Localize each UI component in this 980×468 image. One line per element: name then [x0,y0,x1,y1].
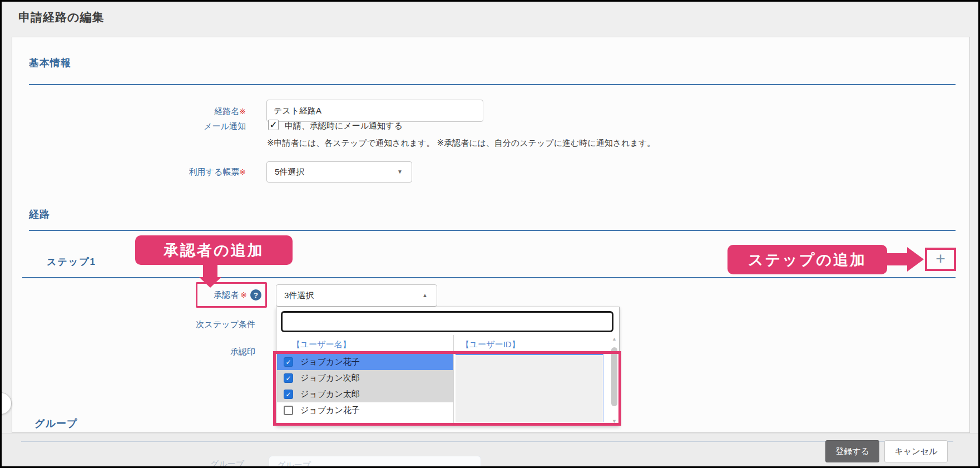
section-title-route: 経路 [29,208,50,221]
scroll-down-icon[interactable]: ▼ [611,418,618,424]
help-icon[interactable]: ? [250,289,261,300]
step1-title: ステップ1 [47,255,96,268]
chevron-down-icon: ▼ [467,461,473,466]
scrollbar-thumb[interactable] [611,347,617,406]
approver-select[interactable]: 3件選択 ▲ [276,284,437,307]
divider [29,84,956,85]
user-id-column-area [456,354,603,422]
divider [21,441,953,442]
checked-checkbox[interactable]: ✓ [284,373,293,383]
divider [29,230,956,231]
column-divider [453,335,454,424]
list-item[interactable]: ジョブカン花子 [277,402,453,418]
app-window: 申請経路の編集 基本情報 経路名※ メール通知 ✓ 申請、承認時にメール通知する… [0,0,980,468]
add-approver-arrow [203,263,217,278]
route-name-label: 経路名※ [12,106,246,117]
mail-notify-checkbox-label: 申請、承認時にメール通知する [285,121,403,131]
required-mark: ※ [239,168,246,176]
approver-dropdown-panel: 【ユーザー名】 【ユーザーID】 ✓ ジョブカン花子 ✓ ジョブカン次郎 ✓ ジ… [276,307,620,426]
forms-used-label: 利用する帳票※ [12,167,246,178]
add-approver-arrowhead [199,277,221,288]
submit-button[interactable]: 登録する [825,440,879,462]
section-title-basic: 基本情報 [29,56,71,70]
approver-label: 承認者 [214,290,239,300]
add-step-callout: ステップの追加 [727,245,887,274]
page-title: 申請経路の編集 [18,9,105,25]
add-step-button[interactable]: + [925,248,956,271]
column-header-user-name: 【ユーザー名】 [292,339,351,350]
mail-notify-checkbox[interactable]: ✓ [268,120,279,130]
approver-option-list: ✓ ジョブカン花子 ✓ ジョブカン次郎 ✓ ジョブカン太郎 ジョブカン花子 [277,354,453,418]
checked-checkbox[interactable]: ✓ [284,390,293,399]
forms-used-select[interactable]: 5件選択 ▼ [266,161,412,183]
next-step-condition-label: 次ステップ条件 [12,319,255,330]
dropdown-search-input[interactable] [281,311,613,332]
footer-bar: グループ グループ ▼ 登録する キャンセル [2,433,978,466]
cancel-button[interactable]: キャンセル [884,440,948,462]
chevron-down-icon: ▼ [397,162,403,182]
add-approver-callout: 承認者の追加 [135,235,293,265]
required-mark: ※ [240,290,247,299]
drawer-handle[interactable] [0,392,12,415]
group-select-faint[interactable]: グループ ▼ [269,456,481,466]
approval-stamp-label: 承認印 [12,347,255,357]
group-label-faint: グループ [210,459,244,466]
column-header-user-id: 【ユーザーID】 [461,339,520,350]
scroll-up-icon[interactable]: ▲ [611,336,618,342]
list-item[interactable]: ✓ ジョブカン次郎 [277,370,453,386]
required-mark: ※ [239,107,246,116]
add-step-arrowhead [907,247,924,272]
section-title-group: グループ [34,417,77,430]
plus-icon: + [936,250,946,267]
dropdown-scrollbar[interactable]: ▲ ▼ [611,336,618,424]
mail-notify-label: メール通知 [12,121,246,132]
add-step-arrow [886,253,907,265]
divider [22,277,956,278]
chevron-up-icon: ▲ [422,285,428,306]
form-card: 基本情報 経路名※ メール通知 ✓ 申請、承認時にメール通知する ※申請者には、… [12,37,970,433]
checked-checkbox[interactable]: ✓ [284,357,293,367]
unchecked-checkbox[interactable] [284,406,293,415]
mail-notify-note: ※申請者には、各ステップで通知されます。 ※承認者には、自分のステップに進む時に… [267,138,655,149]
list-item[interactable]: ✓ ジョブカン太郎 [277,386,453,402]
route-name-input[interactable] [266,100,483,122]
list-item[interactable]: ✓ ジョブカン花子 [277,354,453,370]
